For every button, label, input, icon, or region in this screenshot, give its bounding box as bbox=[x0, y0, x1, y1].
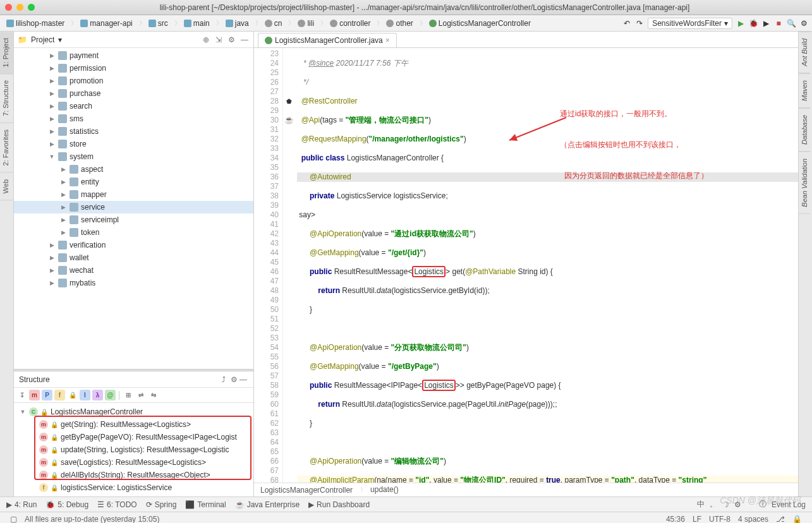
structure-method[interactable]: m🔒getByPage(PageVO): ResultMessage<IPage… bbox=[14, 431, 253, 443]
structure-class[interactable]: ▼C🔒LogisticsManagerController bbox=[14, 406, 253, 418]
tree-item[interactable]: ▶store bbox=[14, 138, 253, 150]
tool-tab-database[interactable]: Database bbox=[799, 108, 810, 152]
code-area[interactable]: 2324252627282930313233343536373839404142… bbox=[254, 48, 798, 483]
tree-item[interactable]: ▶purchase bbox=[14, 87, 253, 100]
crumb[interactable]: lili bbox=[284, 19, 317, 28]
tree-item[interactable]: ▶service bbox=[14, 201, 253, 213]
structure-field[interactable]: f🔒logisticsService: LogisticsService bbox=[14, 481, 253, 494]
export-icon[interactable]: ⤴ bbox=[222, 375, 231, 384]
crumb[interactable]: LogisticsManagerController bbox=[416, 19, 533, 28]
tree-item[interactable]: ▶wechat bbox=[14, 264, 253, 277]
tree-item[interactable]: ▶statistics bbox=[14, 125, 253, 138]
structure-tree[interactable]: ▼C🔒LogisticsManagerController m🔒get(Stri… bbox=[14, 403, 253, 496]
run-icon[interactable]: ▶ bbox=[736, 19, 745, 28]
tree-item[interactable]: ▶search bbox=[14, 100, 253, 112]
autoscroll2-icon[interactable]: ⇆ bbox=[148, 390, 159, 400]
crumb[interactable]: java bbox=[212, 19, 251, 28]
zoom-icon[interactable] bbox=[28, 4, 35, 11]
bb-run-dash[interactable]: ▶ Run Dashboard bbox=[308, 500, 370, 509]
minimize-icon[interactable] bbox=[16, 4, 23, 11]
filter-i-icon[interactable]: I bbox=[80, 390, 90, 400]
tree-item[interactable]: ▼system bbox=[14, 150, 253, 163]
gutter[interactable]: 2324252627282930313233343536373839404142… bbox=[254, 48, 283, 483]
crumb[interactable]: controller bbox=[317, 19, 373, 28]
window-controls[interactable] bbox=[5, 4, 35, 11]
run-config-select[interactable]: SensitiveWordsFilter▾ bbox=[648, 18, 732, 29]
expand-icon[interactable]: ⊞ bbox=[123, 390, 133, 400]
locate-icon[interactable]: ⊕ bbox=[203, 35, 212, 44]
crumb[interactable]: lilishop-master bbox=[4, 19, 67, 28]
close-icon[interactable]: × bbox=[385, 36, 390, 45]
back-icon[interactable]: ↶ bbox=[622, 19, 631, 28]
filter-m-icon[interactable]: m bbox=[29, 390, 40, 400]
bb-todo[interactable]: ☰ 6: TODO bbox=[97, 500, 137, 509]
tool-tab-structure[interactable]: 7: Structure bbox=[0, 74, 13, 123]
crumb[interactable]: other bbox=[373, 19, 415, 28]
structure-method[interactable]: m🔒delAllByIds(String): ResultMessage<Obj… bbox=[14, 469, 253, 481]
tree-item[interactable]: ▶serviceimpl bbox=[14, 213, 253, 226]
tool-tab-project[interactable]: 1: Project bbox=[0, 32, 13, 74]
bb-run[interactable]: ▶ 4: Run bbox=[6, 500, 37, 509]
tree-item[interactable]: ▶sms bbox=[14, 112, 253, 125]
forward-icon[interactable]: ↷ bbox=[635, 19, 644, 28]
crumb[interactable]: src bbox=[135, 19, 171, 28]
collapse-icon[interactable]: ⇲ bbox=[215, 35, 224, 44]
hide-icon[interactable]: — bbox=[239, 375, 248, 384]
debug-icon[interactable]: 🐞 bbox=[749, 19, 758, 28]
autoscroll-icon[interactable]: ⇄ bbox=[135, 390, 146, 400]
gear-icon[interactable]: ⚙ bbox=[231, 375, 239, 384]
coverage-icon[interactable]: ▶ bbox=[761, 19, 770, 28]
chevron-down-icon[interactable]: ▾ bbox=[58, 35, 62, 44]
crumb[interactable]: cn bbox=[251, 19, 285, 28]
settings-icon[interactable]: ⚙ bbox=[799, 19, 808, 28]
crumb[interactable]: manager-api bbox=[67, 19, 135, 28]
line-ending[interactable]: LF bbox=[693, 515, 701, 524]
code-body[interactable]: * @since 2020/11/17 7:56 下午 */ @RestCont… bbox=[294, 48, 798, 483]
tree-item[interactable]: ▶wallet bbox=[14, 251, 253, 264]
lock-icon[interactable]: 🔒 bbox=[792, 515, 802, 524]
filter-lambda-icon[interactable]: λ bbox=[92, 390, 103, 400]
filter-f-icon[interactable]: f bbox=[54, 390, 65, 400]
bb-debug[interactable]: 🐞 5: Debug bbox=[45, 500, 88, 509]
tree-item[interactable]: ▶entity bbox=[14, 176, 253, 188]
tree-item[interactable]: ▶mapper bbox=[14, 188, 253, 201]
structure-method[interactable]: m🔒update(String, Logistics): ResultMessa… bbox=[14, 443, 253, 456]
tree-item[interactable]: ▶aspect bbox=[14, 163, 253, 176]
bb-java-ee[interactable]: ☕ Java Enterprise bbox=[235, 500, 300, 509]
gear-icon[interactable]: ⚙ bbox=[228, 35, 237, 44]
crumb[interactable]: LogisticsManagerController bbox=[260, 486, 353, 495]
crumb[interactable]: update() bbox=[356, 485, 399, 495]
tree-item[interactable]: ▶payment bbox=[14, 49, 253, 62]
search-icon[interactable]: 🔍 bbox=[787, 19, 796, 28]
tool-tab-ant[interactable]: Ant Build bbox=[799, 32, 810, 73]
git-branch-icon[interactable]: ⎇ bbox=[776, 515, 785, 524]
hide-icon[interactable]: — bbox=[241, 35, 250, 44]
filter-a-icon[interactable]: @ bbox=[105, 390, 116, 400]
project-tree[interactable]: ▶payment▶permission▶promotion▶purchase▶s… bbox=[14, 48, 253, 369]
status-menu-icon[interactable]: ▢ bbox=[10, 515, 17, 524]
crumb[interactable]: main bbox=[171, 19, 212, 28]
tree-item[interactable]: ▶permission bbox=[14, 62, 253, 75]
lock-icon[interactable]: 🔒 bbox=[67, 390, 78, 400]
tree-item[interactable]: ▶verification bbox=[14, 239, 253, 251]
sort-icon[interactable]: ↧ bbox=[16, 390, 27, 400]
indent[interactable]: 4 spaces bbox=[738, 515, 768, 524]
tool-tab-maven[interactable]: Maven bbox=[799, 73, 810, 108]
stop-icon[interactable]: ■ bbox=[774, 19, 783, 28]
tree-item[interactable]: ▶promotion bbox=[14, 75, 253, 87]
structure-method[interactable]: m🔒save(Logistics): ResultMessage<Logisti… bbox=[14, 456, 253, 469]
tool-tab-web[interactable]: Web bbox=[0, 173, 13, 200]
tree-item[interactable]: ▶mybatis bbox=[14, 277, 253, 289]
punct-icon[interactable]: 。 bbox=[710, 499, 717, 510]
ime-icon[interactable]: 中 bbox=[697, 499, 705, 510]
tool-tab-favorites[interactable]: 2: Favorites bbox=[0, 123, 13, 172]
editor-tab[interactable]: LogisticsManagerController.java× bbox=[258, 33, 397, 47]
tree-item[interactable]: ▶token bbox=[14, 226, 253, 239]
tool-tab-bean[interactable]: Bean Validation bbox=[799, 152, 810, 214]
encoding[interactable]: UTF-8 bbox=[709, 515, 730, 524]
bb-spring[interactable]: ⟳ Spring bbox=[146, 500, 177, 509]
structure-method[interactable]: m🔒get(String): ResultMessage<Logistics> bbox=[14, 418, 253, 431]
close-icon[interactable] bbox=[5, 4, 12, 11]
caret-pos[interactable]: 45:36 bbox=[666, 515, 685, 524]
filter-p-icon[interactable]: P bbox=[42, 390, 52, 400]
